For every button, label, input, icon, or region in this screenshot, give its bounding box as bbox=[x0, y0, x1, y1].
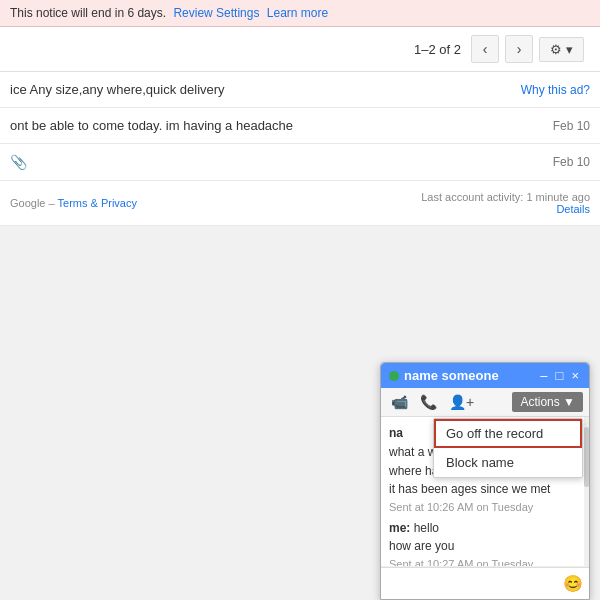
status-indicator bbox=[389, 371, 399, 381]
chat-scrollbar[interactable] bbox=[584, 417, 589, 566]
footer-links: Google – Terms & Privacy bbox=[10, 197, 137, 209]
learn-more-link[interactable]: Learn more bbox=[267, 6, 328, 20]
block-name-item[interactable]: Block name bbox=[434, 448, 582, 477]
chat-message-4: it has been ages since we met bbox=[389, 481, 581, 498]
chat-timestamp-2: Sent at 10:27 AM on Tuesday bbox=[389, 557, 581, 567]
next-page-button[interactable]: › bbox=[505, 35, 533, 63]
expand-button[interactable]: □ bbox=[554, 369, 566, 382]
activity-text: Last account activity: 1 minute ago bbox=[421, 191, 590, 203]
why-this-ad-link[interactable]: Why this ad? bbox=[521, 83, 590, 97]
chat-window-title: name someone bbox=[404, 368, 499, 383]
main-content: 1–2 of 2 ‹ › ⚙ ▾ ice Any size,any where,… bbox=[0, 27, 600, 226]
chat-message-sent-1: me: hello bbox=[389, 520, 581, 537]
sender-label: na bbox=[389, 426, 403, 440]
actions-dropdown: Go off the record Block name bbox=[433, 418, 583, 478]
email-date-2: Feb 10 bbox=[553, 155, 590, 169]
minimize-button[interactable]: – bbox=[538, 369, 549, 382]
video-icon: 📹 bbox=[391, 394, 408, 410]
notice-text: This notice will end in 6 days. bbox=[10, 6, 166, 20]
email-row[interactable]: ont be able to come today. im having a h… bbox=[0, 108, 600, 144]
footer-row: Google – Terms & Privacy Last account ac… bbox=[0, 181, 600, 226]
chat-header: name someone – □ × bbox=[381, 363, 589, 388]
timestamp-text-1: Sent at 10:26 AM on Tuesday bbox=[389, 500, 581, 515]
chat-header-left: name someone bbox=[389, 368, 499, 383]
timestamp-text-2: Sent at 10:27 AM on Tuesday bbox=[389, 557, 581, 567]
msg-text-sent-2: how are you bbox=[389, 539, 454, 553]
ad-text: ice Any size,any where,quick delivery bbox=[10, 82, 225, 97]
msg-text-3: it has been ages since we met bbox=[389, 482, 550, 496]
footer-separator: – bbox=[49, 197, 58, 209]
phone-call-button[interactable]: 📞 bbox=[416, 392, 441, 412]
chat-message-sent-2: how are you bbox=[389, 538, 581, 555]
ad-row: ice Any size,any where,quick delivery Wh… bbox=[0, 72, 600, 108]
msg-text-sent-1: hello bbox=[414, 521, 439, 535]
settings-chevron: ▾ bbox=[566, 42, 573, 57]
footer-activity: Last account activity: 1 minute ago Deta… bbox=[421, 191, 590, 215]
scrollbar-thumb bbox=[584, 427, 589, 487]
me-label: me: bbox=[389, 521, 410, 535]
chat-timestamp-1: Sent at 10:26 AM on Tuesday bbox=[389, 500, 581, 515]
chat-input-area: 😊 bbox=[381, 567, 589, 599]
emoji-button[interactable]: 😊 bbox=[563, 574, 583, 593]
attachment-icon: 📎 bbox=[10, 154, 27, 170]
actions-button[interactable]: Actions ▼ bbox=[512, 392, 583, 412]
review-settings-link[interactable]: Review Settings bbox=[173, 6, 259, 20]
pagination-row: 1–2 of 2 ‹ › ⚙ ▾ bbox=[0, 27, 600, 72]
chat-window: name someone – □ × 📹 📞 👤+ Actions ▼ Go o… bbox=[380, 362, 590, 600]
google-label: Google bbox=[10, 197, 45, 209]
details-link[interactable]: Details bbox=[556, 203, 590, 215]
phone-icon: 📞 bbox=[420, 394, 437, 410]
add-person-button[interactable]: 👤+ bbox=[445, 392, 478, 412]
email-row-2[interactable]: 📎 Feb 10 bbox=[0, 144, 600, 181]
terms-privacy-link[interactable]: Terms & Privacy bbox=[58, 197, 137, 209]
go-off-record-item[interactable]: Go off the record bbox=[434, 419, 582, 448]
email-date: Feb 10 bbox=[553, 119, 590, 133]
prev-page-button[interactable]: ‹ bbox=[471, 35, 499, 63]
settings-button[interactable]: ⚙ ▾ bbox=[539, 37, 584, 62]
video-call-button[interactable]: 📹 bbox=[387, 392, 412, 412]
actions-label: Actions ▼ bbox=[520, 395, 575, 409]
add-person-icon: 👤+ bbox=[449, 394, 474, 410]
chat-header-controls: – □ × bbox=[538, 369, 581, 382]
close-button[interactable]: × bbox=[569, 369, 581, 382]
pagination-label: 1–2 of 2 bbox=[414, 42, 461, 57]
chat-toolbar: 📹 📞 👤+ Actions ▼ Go off the record Block… bbox=[381, 388, 589, 417]
email-subject: ont be able to come today. im having a h… bbox=[10, 118, 293, 133]
gear-icon: ⚙ bbox=[550, 42, 562, 57]
notice-bar: This notice will end in 6 days. Review S… bbox=[0, 0, 600, 27]
